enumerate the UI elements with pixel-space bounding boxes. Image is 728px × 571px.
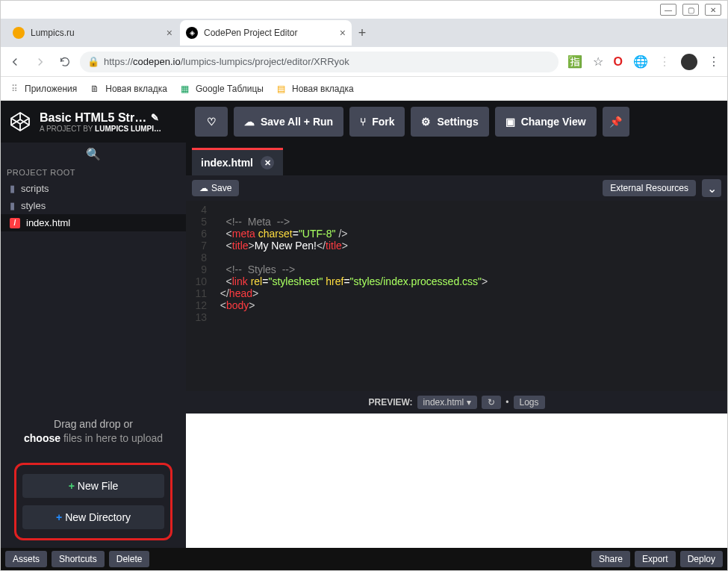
file-sidebar: 🔍 PROJECT ROOT ▮scripts ▮styles /index.h…: [1, 143, 186, 548]
new-directory-button[interactable]: +New Directory: [22, 505, 164, 529]
url-text: https://codepen.io/lumpics-lumpics/proje…: [104, 56, 349, 67]
new-tab-button[interactable]: +: [353, 24, 371, 42]
like-button[interactable]: ♡: [195, 107, 228, 137]
page-icon: ▤: [276, 83, 287, 95]
favicon-codepen: ◈: [186, 27, 198, 39]
apps-button[interactable]: ⠿ Приложения: [8, 83, 77, 95]
html-icon: /: [10, 218, 20, 228]
chevron-down-icon: ▾: [467, 397, 471, 408]
maximize-button[interactable]: ▢: [682, 4, 699, 16]
cloud-icon: ☁: [199, 183, 208, 193]
external-resources-button[interactable]: External Resources: [603, 180, 696, 196]
apps-icon: ⠿: [8, 83, 20, 95]
opera-icon[interactable]: O: [614, 55, 623, 69]
pencil-icon[interactable]: ✎: [151, 112, 159, 123]
code-line[interactable]: 5 <!-- Meta -->: [186, 216, 727, 228]
file-index-html[interactable]: /index.html: [1, 214, 186, 231]
globe-icon[interactable]: 🌐: [633, 54, 648, 69]
project-root-label: PROJECT ROOT: [1, 165, 186, 180]
lock-icon: 🔒: [87, 56, 99, 67]
app-header: Basic HTML5 Str… ✎ A PROJECT BY Lumpics …: [1, 101, 727, 143]
assets-button[interactable]: Assets: [5, 551, 47, 567]
view-icon: ▣: [505, 116, 515, 128]
pin-button[interactable]: 📌: [603, 107, 629, 137]
code-line[interactable]: 8: [186, 252, 727, 263]
close-icon[interactable]: ✕: [261, 156, 274, 169]
export-button[interactable]: Export: [635, 551, 676, 567]
sidebar-search[interactable]: 🔍: [1, 143, 186, 165]
code-line[interactable]: 4: [186, 204, 727, 216]
shortcuts-button[interactable]: Shortcuts: [52, 551, 105, 567]
forward-button[interactable]: [34, 55, 47, 69]
back-button[interactable]: [8, 55, 22, 69]
save-button[interactable]: ☁Save: [192, 180, 239, 196]
browser-tab-codepen[interactable]: ◈ CodePen Project Editor ×: [180, 20, 352, 46]
code-line[interactable]: 6 <meta charset="UTF-8" />: [186, 228, 727, 240]
folder-icon: ▮: [10, 183, 15, 194]
code-line[interactable]: 10 <link rel="stylesheet" href="styles/i…: [186, 275, 727, 287]
code-line[interactable]: 7 <title>My New Pen!</title>: [186, 240, 727, 252]
bookmark-item[interactable]: 🗎 Новая вкладка: [89, 83, 167, 95]
editor-toolbar: ☁Save External Resources ⌄: [186, 175, 727, 201]
tab-title: Lumpics.ru: [31, 28, 75, 38]
browser-window: — ▢ ✕ Lumpics.ru × ◈ CodePen Project Edi…: [0, 0, 728, 571]
deploy-button[interactable]: Deploy: [680, 551, 723, 567]
editor-area: index.html ✕ ☁Save External Resources ⌄ …: [186, 143, 727, 548]
settings-button[interactable]: ⚙Settings: [411, 107, 488, 137]
translate-icon[interactable]: 🈯: [567, 54, 582, 69]
fork-icon: ⑂: [360, 116, 366, 128]
close-icon[interactable]: ×: [340, 27, 346, 39]
codepen-app: Basic HTML5 Str… ✎ A PROJECT BY Lumpics …: [1, 101, 727, 570]
browser-tab-strip: Lumpics.ru × ◈ CodePen Project Editor × …: [1, 19, 727, 47]
editor-tabs: index.html ✕: [186, 143, 727, 175]
new-buttons-group: +New File +New Directory: [14, 463, 172, 540]
code-editor[interactable]: 45 <!-- Meta -->6 <meta charset="UTF-8" …: [186, 201, 727, 391]
window-controls: — ▢ ✕: [1, 1, 727, 19]
code-line[interactable]: 12 <body>: [186, 299, 727, 311]
gear-icon: ⚙: [421, 116, 431, 128]
minimize-button[interactable]: —: [660, 4, 676, 16]
cloud-icon: ☁: [244, 116, 255, 128]
page-icon: 🗎: [89, 83, 101, 95]
separator: ⋮: [659, 54, 671, 69]
address-bar[interactable]: 🔒 https://codepen.io/lumpics-lumpics/pro…: [80, 52, 559, 72]
plus-icon: +: [69, 480, 75, 492]
bookmark-item[interactable]: ▦ Google Таблицы: [179, 83, 264, 95]
drop-zone[interactable]: Drag and drop or choose files in here to…: [1, 404, 186, 455]
profile-avatar[interactable]: [681, 54, 697, 70]
share-button[interactable]: Share: [591, 551, 630, 567]
folder-scripts[interactable]: ▮scripts: [1, 180, 186, 197]
chevron-down-icon[interactable]: ⌄: [702, 179, 721, 197]
refresh-icon: ↻: [488, 397, 495, 408]
folder-icon: ▮: [10, 200, 15, 211]
folder-styles[interactable]: ▮styles: [1, 197, 186, 214]
logs-button[interactable]: Logs: [514, 396, 545, 409]
pin-icon: 📌: [609, 116, 622, 128]
heart-icon: ♡: [207, 116, 217, 128]
new-file-button[interactable]: +New File: [22, 474, 164, 498]
plus-icon: +: [56, 511, 62, 523]
code-line[interactable]: 9 <!-- Styles -->: [186, 263, 727, 275]
tab-title: CodePen Project Editor: [204, 28, 297, 38]
fork-button[interactable]: ⑂Fork: [349, 107, 405, 137]
preview-file-select[interactable]: index.html▾: [417, 396, 478, 409]
separator: •: [505, 397, 508, 408]
codepen-logo[interactable]: [7, 108, 34, 135]
reload-button[interactable]: [59, 56, 71, 68]
refresh-preview-button[interactable]: ↻: [482, 396, 501, 409]
editor-tab-index[interactable]: index.html ✕: [192, 148, 283, 175]
preview-pane[interactable]: [186, 414, 727, 548]
code-line[interactable]: 13: [186, 311, 727, 323]
favicon-lumpics: [13, 27, 25, 39]
menu-icon[interactable]: ⋮: [708, 54, 720, 69]
bookmark-item[interactable]: ▤ Новая вкладка: [276, 83, 354, 95]
code-line[interactable]: 11 </head>: [186, 287, 727, 299]
close-icon[interactable]: ×: [167, 27, 172, 39]
project-title[interactable]: Basic HTML5 Str… ✎: [40, 111, 189, 125]
save-run-button[interactable]: ☁Save All + Run: [234, 107, 343, 137]
browser-tab-lumpics[interactable]: Lumpics.ru ×: [7, 20, 178, 46]
delete-button[interactable]: Delete: [109, 551, 150, 567]
star-icon[interactable]: ☆: [593, 54, 603, 69]
change-view-button[interactable]: ▣Change View: [495, 107, 597, 137]
close-button[interactable]: ✕: [705, 4, 721, 16]
